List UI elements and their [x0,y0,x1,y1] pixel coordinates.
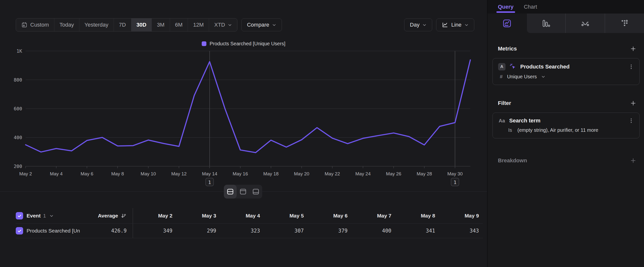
y-axis-label: 200 [14,164,22,169]
date-range-custom[interactable]: Custom [16,19,54,31]
chart-legend[interactable]: Products Searched [Unique Users] [0,41,487,47]
add-breakdown-button[interactable] [630,157,636,164]
series-line[interactable] [26,60,470,152]
kebab-menu-icon[interactable] [628,64,634,70]
flows-icon [581,19,590,28]
metric-card[interactable]: A Products Searched # Unique Users [492,58,640,85]
date-column-header[interactable]: May 6 [308,213,352,219]
metric-name: Products Searched [520,64,570,70]
calendar-icon [21,22,28,28]
aggregation-label: Unique Users [507,74,537,80]
date-range-yesterday[interactable]: Yesterday [80,19,114,31]
panel-tab-bar: Query Chart [488,0,644,14]
tab-funnels[interactable] [526,14,565,33]
split-view-button[interactable] [224,185,237,198]
chevron-down-icon [422,23,426,27]
date-range-6m[interactable]: 6M [170,19,188,31]
date-column-header[interactable]: May 3 [176,213,220,219]
cell-value: 341 [395,228,439,234]
legend-label: Products Searched [Unique Users] [210,41,285,47]
metric-letter-badge: A [498,63,506,71]
date-range-group: Custom Today Yesterday 7D 30D 3M 6M 12M … [16,18,238,32]
filter-section-header: Filter [492,100,640,107]
average-column-header[interactable]: Average [80,213,132,219]
table-only-view-button[interactable] [250,185,262,198]
y-axis-label: 600 [14,106,22,111]
cell-value: 400 [352,228,395,234]
x-axis-label: May 20 [294,171,309,176]
filter-title: Filter [498,100,511,106]
date-column-header[interactable]: May 7 [352,213,395,219]
insights-report-page: Custom Today Yesterday 7D 30D 3M 6M 12M … [0,0,644,267]
tab-insights[interactable] [488,14,526,33]
chevron-down-icon [228,23,232,27]
tab-retention[interactable] [605,14,644,33]
add-metric-button[interactable] [630,45,636,52]
metrics-section-header: Metrics [492,45,640,52]
filter-card[interactable]: Aa Search term Is (empty string), Air pu… [492,113,640,138]
cell-value: 379 [308,228,352,234]
table-row: Products Searched [Un... 426.9 349 299 3… [16,224,483,238]
y-axis-label: 400 [14,135,22,140]
date-range-30d[interactable]: 30D [131,19,152,31]
kebab-menu-icon[interactable] [628,118,634,124]
date-column-header[interactable]: May 8 [395,213,439,219]
date-range-12m[interactable]: 12M [188,19,209,31]
date-range-3m[interactable]: 3M [152,19,170,31]
toolbar: Custom Today Yesterday 7D 30D 3M 6M 12M … [16,18,474,32]
x-axis-label: May 10 [141,171,156,176]
insights-icon [502,19,512,28]
granularity-dropdown[interactable]: Day [404,19,432,31]
bar-chart-icon [542,19,550,28]
x-axis-label: May 4 [50,171,63,176]
x-axis-label: May 28 [417,171,432,176]
tab-flows[interactable] [565,14,605,33]
chart-only-view-icon [239,188,247,195]
table-header-row: Event 1 Average May 2 May 3 May 4 May 5 … [16,208,483,224]
date-column-header[interactable]: May 9 [439,213,483,219]
date-range-xtd[interactable]: XTD [209,19,237,31]
chevron-down-icon [464,23,468,27]
sort-icon [120,213,127,219]
breakdown-title: Breakdown [498,157,527,164]
date-column-header[interactable]: May 4 [220,213,264,219]
chevron-down-icon [541,75,545,79]
filter-operator: Is [508,127,512,133]
date-column-header[interactable]: May 2 [132,213,176,219]
chart-only-view-button[interactable] [237,185,250,198]
cell-value: 323 [220,228,264,234]
select-all-checkbox[interactable] [16,212,23,219]
table-only-view-icon [252,188,260,195]
x-axis-label: May 8 [111,171,124,176]
date-range-label: Custom [30,22,49,28]
filter-values: (empty string), Air purifier, or 11 more [518,127,598,133]
legend-swatch [202,41,206,46]
tab-chart[interactable]: Chart [524,0,537,14]
filter-condition[interactable]: Is (empty string), Air purifier, or 11 m… [498,127,634,133]
event-column-header: Event [26,213,40,219]
date-column-header[interactable]: May 5 [264,213,308,219]
cell-value: 307 [264,228,308,234]
query-panel: Query Chart Metrics [487,0,644,267]
x-axis-label: May 2 [19,171,32,176]
x-axis-label: May 26 [386,171,401,176]
x-axis-label: May 16 [233,171,248,176]
compare-button[interactable]: Compare [241,19,282,31]
metric-aggregation[interactable]: # Unique Users [498,74,634,80]
x-axis-label: May 6 [81,171,94,176]
date-range-7d[interactable]: 7D [114,19,131,31]
chart-type-dropdown[interactable]: Line [436,19,474,31]
series-name: Products Searched [Un... [26,228,80,234]
aggregation-prefix: # [500,74,502,80]
panel-body: Metrics A Products Searched # Unique Use… [488,45,644,164]
chevron-down-icon[interactable] [50,214,54,218]
row-checkbox[interactable] [16,227,23,234]
line-chart[interactable]: 2004006008001K11May 2May 4May 6May 8May … [10,47,477,188]
string-property-icon: Aa [498,118,506,124]
cell-value: 343 [439,228,483,234]
add-filter-button[interactable] [630,100,636,107]
date-range-today[interactable]: Today [54,19,80,31]
tab-query[interactable]: Query [498,0,514,14]
split-view-icon [226,188,234,195]
main-content: Custom Today Yesterday 7D 30D 3M 6M 12M … [0,0,487,267]
